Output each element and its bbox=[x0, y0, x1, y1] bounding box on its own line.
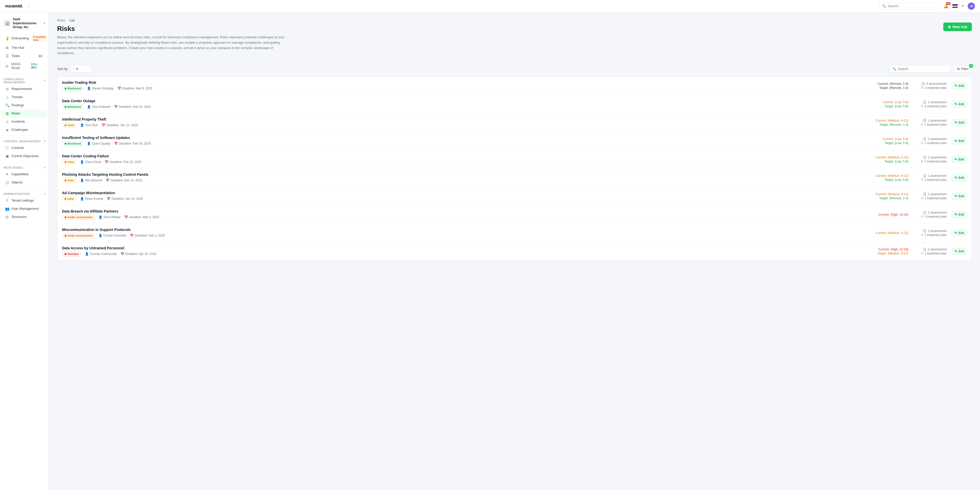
structures-label: Structures bbox=[11, 215, 27, 219]
calendar-icon: 📅 bbox=[106, 179, 110, 182]
assessments-icon: 📋 bbox=[921, 82, 925, 85]
sidebar-item-findings[interactable]: 🔍 Findings bbox=[2, 101, 47, 109]
edit-button[interactable]: ✎ Edit bbox=[952, 119, 967, 126]
current-score: Current: (Low, 5-8) bbox=[867, 101, 908, 104]
sidebar-item-control-objectives[interactable]: ▣ Control Objectives bbox=[2, 152, 47, 160]
sidebar-item-risks[interactable]: ◎ Risks bbox=[2, 110, 47, 117]
avatar[interactable]: JS bbox=[968, 3, 975, 10]
treatment-value: 1 treatment plan bbox=[924, 196, 947, 200]
treatment-stat: ⚙ 1 treatment plan bbox=[913, 196, 947, 200]
sidebar-item-requirements[interactable]: ⚖ Requirements bbox=[2, 85, 47, 93]
treatment-value: 1 treatment plan bbox=[924, 178, 947, 182]
status-dot bbox=[65, 143, 66, 145]
status-dot bbox=[65, 106, 66, 108]
risk-name: Insufficient Testing of Software Updates bbox=[62, 136, 860, 140]
table-row[interactable]: Insider Trading Risk Monitored 👤 Steven … bbox=[57, 77, 972, 95]
sidebar-item-capabilities[interactable]: ✦ Capabilities bbox=[2, 171, 47, 178]
target-score: Target: (Remote, 1-4) bbox=[867, 196, 908, 200]
assessments-stat: 📋 1 assessment bbox=[913, 192, 947, 196]
edit-pencil-icon: ✎ bbox=[955, 195, 957, 198]
sidebar-item-challenges[interactable]: ◈ Challenges bbox=[2, 126, 47, 134]
assignee-name: Ethan Events bbox=[85, 197, 103, 201]
edit-label: Edit bbox=[958, 195, 964, 198]
assessments-stat: 📋 1 assessment bbox=[913, 156, 947, 159]
status-badge: Monitored bbox=[62, 141, 83, 146]
sidebar-item-user-management[interactable]: 👥 User Management bbox=[2, 205, 47, 212]
table-row[interactable]: Data Breach via Affiliate Partners Under… bbox=[57, 206, 972, 223]
edit-button[interactable]: ✎ Edit bbox=[952, 138, 967, 144]
add-icon[interactable]: + bbox=[961, 3, 964, 9]
table-row[interactable]: Ad Campaign Misinterpretation Valid 👤 Et… bbox=[57, 187, 972, 205]
risk-scores: Current: (High, 13-16) bbox=[867, 213, 908, 216]
sidebar-item-objects[interactable]: ◫ Objects bbox=[2, 179, 47, 186]
vuca-icon: ◎ bbox=[5, 64, 9, 68]
sort-value: - bbox=[73, 67, 75, 71]
edit-button[interactable]: ✎ Edit bbox=[952, 248, 967, 255]
table-row[interactable]: Data Center Cooling Failure Valid 👤 Clar… bbox=[57, 150, 972, 168]
table-row[interactable]: Data Center Outage Monitored 👤 Orla Onbo… bbox=[57, 95, 972, 113]
edit-label: Edit bbox=[958, 250, 964, 253]
edit-button[interactable]: ✎ Edit bbox=[952, 83, 967, 89]
risk-name: Data Center Cooling Failure bbox=[62, 154, 860, 158]
notification-bell[interactable]: 🔔 43 bbox=[943, 3, 948, 8]
table-row[interactable]: Intellectual Property Theft Valid 👤 Tina… bbox=[57, 114, 972, 132]
risk-meta: Under assessment 👤 Charlie Checklist 📅 D… bbox=[62, 233, 860, 238]
language-flag[interactable] bbox=[952, 4, 958, 8]
sidebar-item-onboarding[interactable]: 💡 Onboarding Complete now bbox=[2, 33, 47, 43]
sidebar-item-incidents[interactable]: ⚡ Incidents bbox=[2, 118, 47, 125]
sidebar-item-controls[interactable]: 🛡 Controls bbox=[2, 144, 47, 152]
edit-label: Edit bbox=[958, 139, 964, 143]
topbar-search-input[interactable] bbox=[888, 4, 938, 8]
control-chevron-icon[interactable]: ▾ bbox=[44, 140, 45, 142]
edit-label: Edit bbox=[958, 84, 964, 88]
assignee-name: Steven Strategy bbox=[92, 86, 114, 90]
edit-button[interactable]: ✎ Edit bbox=[952, 101, 967, 107]
risk-right: Current: (Medium, 9-12) Target: (Low, 5-… bbox=[860, 174, 967, 182]
deadline-meta: 📅 Deadline: Feb 20, 2024 bbox=[114, 142, 151, 145]
risk-meta: Under assessment 👤 Alice Affiliate 📅 Dea… bbox=[62, 215, 860, 220]
sidebar-item-threats[interactable]: △ Threats bbox=[2, 93, 47, 101]
admin-section-header: Administration ▾ bbox=[0, 190, 49, 196]
sidebar-item-vuca[interactable]: ◎ VUCA Score 37% | 36% bbox=[2, 60, 47, 72]
table-row[interactable]: Data Access by Untrained Personnel Overd… bbox=[57, 243, 972, 260]
assignee-name: Orla Onboard bbox=[92, 105, 110, 109]
table-row[interactable]: Miscommunication in Support Protocols Un… bbox=[57, 224, 972, 242]
sidebar-item-structures[interactable]: ⊟ Structures bbox=[2, 213, 47, 221]
tenant-label: Tenant settings bbox=[11, 198, 34, 202]
org-selector[interactable]: 🏢 SaaS Superstructures Group, Inc. ▾ bbox=[0, 15, 49, 33]
filter-button[interactable]: ⊟ Filter 0 bbox=[954, 65, 972, 73]
risk-stats: 📋 1 assessment ⚙ 1 treatment plan bbox=[913, 101, 947, 108]
status-badge: Monitored bbox=[62, 104, 83, 109]
edit-button[interactable]: ✎ Edit bbox=[952, 193, 967, 200]
edit-button[interactable]: ✎ Edit bbox=[952, 156, 967, 163]
deadline-value: Deadline: Mar 8, 2025 bbox=[122, 86, 152, 90]
edit-pencil-icon: ✎ bbox=[955, 139, 957, 143]
toolbar: Sort by - ▾ 🔍 ⊟ Filter 0 bbox=[57, 65, 972, 73]
risk-meta: Monitored 👤 Orla Onboard 📅 Deadline: Feb… bbox=[62, 104, 860, 109]
assignee-meta: 👤 Cormac Community bbox=[85, 252, 117, 256]
target-score: Target: (Medium, 9-12) bbox=[867, 252, 908, 255]
treatment-stat: ⚙ 1 treatment plan bbox=[913, 178, 947, 182]
current-score: Current: (Medium, 9-12) bbox=[867, 192, 908, 196]
admin-chevron-icon[interactable]: ▾ bbox=[44, 192, 45, 195]
search-input[interactable] bbox=[898, 67, 948, 71]
edit-button[interactable]: ✎ Edit bbox=[952, 230, 967, 236]
table-row[interactable]: Phishing Attacks Targeting Hosting Contr… bbox=[57, 169, 972, 187]
edit-button[interactable]: ✎ Edit bbox=[952, 174, 967, 181]
treatment-stat: ⚙ 1 treatment plan bbox=[913, 215, 947, 219]
treatment-value: 1 treatment plan bbox=[924, 123, 947, 126]
sidebar-item-tenant-settings[interactable]: ⠿ Tenant settings bbox=[2, 197, 47, 204]
sidebar-item-hub[interactable]: ⊞ The Hub bbox=[2, 44, 47, 52]
assessments-stat: 📋 1 assessment bbox=[913, 101, 947, 104]
sort-select[interactable]: - ▾ bbox=[71, 65, 91, 73]
compliance-chevron-icon[interactable]: ▾ bbox=[44, 79, 45, 82]
sidebar-item-tasks[interactable]: ☰ Tasks 13 bbox=[2, 52, 47, 60]
breadcrumb-parent[interactable]: Risks bbox=[57, 18, 65, 22]
edit-button[interactable]: ✎ Edit bbox=[952, 211, 967, 218]
new-risk-button[interactable]: ⊕ New risk bbox=[943, 22, 972, 31]
table-row[interactable]: Insufficient Testing of Software Updates… bbox=[57, 132, 972, 150]
back-icon[interactable]: ‹ bbox=[28, 3, 29, 9]
calendar-icon: 📅 bbox=[114, 142, 118, 145]
hub-icon: ⊞ bbox=[5, 46, 9, 50]
meta-chevron-icon[interactable]: ▾ bbox=[44, 166, 45, 169]
